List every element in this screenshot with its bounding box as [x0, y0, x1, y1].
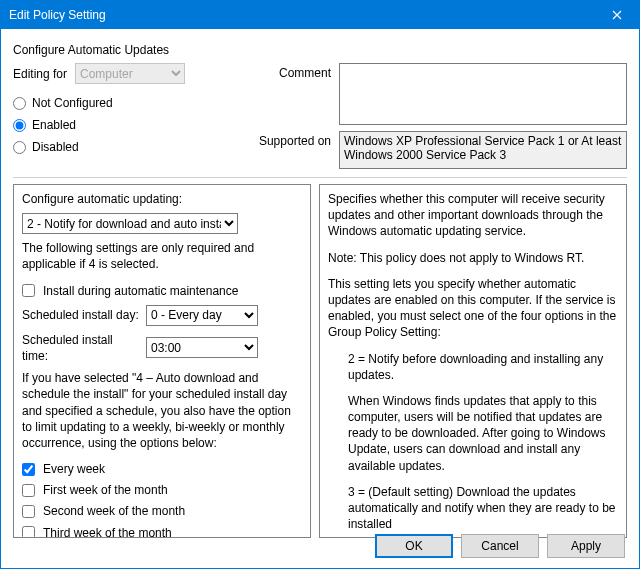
radio-disabled[interactable]: Disabled: [13, 136, 243, 158]
help-text: Specifies whether this computer will rec…: [328, 191, 618, 240]
checkbox-label: Second week of the month: [43, 503, 185, 519]
third-week-input[interactable]: [22, 526, 35, 538]
install-maint-checkbox[interactable]: Install during automatic maintenance: [22, 283, 302, 299]
configure-updating-select[interactable]: 2 - Notify for download and auto install: [22, 213, 238, 234]
state-radio-group: Not Configured Enabled Disabled: [13, 92, 243, 158]
checkbox-label: Third week of the month: [43, 525, 172, 538]
sched-day-label: Scheduled install day:: [22, 307, 140, 323]
checkbox-label: Every week: [43, 461, 105, 477]
apply-button[interactable]: Apply: [547, 534, 625, 558]
sched-day-select[interactable]: 0 - Every day: [146, 305, 258, 326]
editing-for-select[interactable]: Computer: [75, 63, 185, 84]
ok-button[interactable]: OK: [375, 534, 453, 558]
options-note: The following settings are only required…: [22, 240, 302, 272]
options-explain4: If you have selected "4 – Auto download …: [22, 370, 302, 451]
install-maint-input[interactable]: [22, 284, 35, 297]
window-title: Edit Policy Setting: [9, 8, 106, 22]
help-text: When Windows finds updates that apply to…: [328, 393, 618, 474]
radio-label: Enabled: [32, 118, 76, 132]
radio-enabled-input[interactable]: [13, 119, 26, 132]
titlebar: Edit Policy Setting: [1, 1, 639, 29]
second-week-checkbox[interactable]: Second week of the month: [22, 503, 302, 519]
radio-label: Disabled: [32, 140, 79, 154]
help-text: 3 = (Default setting) Download the updat…: [328, 484, 618, 533]
help-text: This setting lets you specify whether au…: [328, 276, 618, 341]
editing-for-label: Editing for: [13, 67, 67, 81]
radio-label: Not Configured: [32, 96, 113, 110]
policy-name: Configure Automatic Updates: [13, 43, 627, 57]
comment-input[interactable]: [339, 63, 627, 125]
button-bar: OK Cancel Apply: [375, 534, 625, 558]
close-icon: [612, 10, 622, 20]
third-week-checkbox[interactable]: Third week of the month: [22, 525, 302, 538]
separator: [13, 177, 627, 178]
first-week-checkbox[interactable]: First week of the month: [22, 482, 302, 498]
options-panel[interactable]: Configure automatic updating: 2 - Notify…: [13, 184, 311, 538]
options-heading: Configure automatic updating:: [22, 191, 302, 207]
radio-disabled-input[interactable]: [13, 141, 26, 154]
comment-label: Comment: [253, 63, 331, 80]
radio-enabled[interactable]: Enabled: [13, 114, 243, 136]
help-text: Note: This policy does not apply to Wind…: [328, 250, 618, 266]
checkbox-label: First week of the month: [43, 482, 168, 498]
every-week-checkbox[interactable]: Every week: [22, 461, 302, 477]
supported-label: Supported on: [253, 131, 331, 148]
radio-not-configured[interactable]: Not Configured: [13, 92, 243, 114]
help-text: 2 = Notify before downloading and instal…: [328, 351, 618, 383]
checkbox-label: Install during automatic maintenance: [43, 283, 238, 299]
sched-time-select[interactable]: 03:00: [146, 337, 258, 358]
every-week-input[interactable]: [22, 463, 35, 476]
radio-not-configured-input[interactable]: [13, 97, 26, 110]
supported-on-text: Windows XP Professional Service Pack 1 o…: [339, 131, 627, 169]
second-week-input[interactable]: [22, 505, 35, 518]
close-button[interactable]: [595, 1, 639, 29]
sched-time-label: Scheduled install time:: [22, 332, 140, 364]
first-week-input[interactable]: [22, 484, 35, 497]
help-panel[interactable]: Specifies whether this computer will rec…: [319, 184, 627, 538]
cancel-button[interactable]: Cancel: [461, 534, 539, 558]
